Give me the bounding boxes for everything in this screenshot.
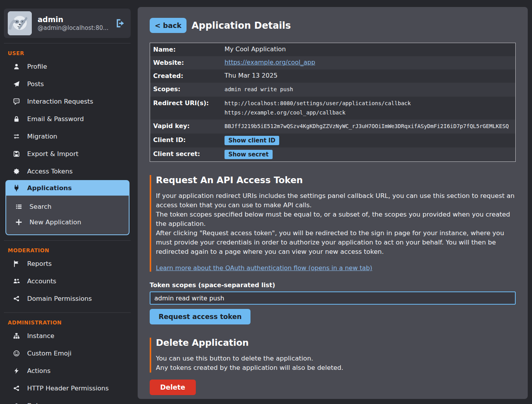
page-header: < back Application Details [150, 18, 516, 33]
request-access-token-button[interactable]: Request access token [150, 309, 250, 324]
sidebar-item-debug[interactable]: Debug [0, 397, 134, 404]
sidebar-item-label: Reports [27, 260, 52, 267]
table-row-vapid-key: Vapid key: BBJffJ219b5iE512m7wQSzv4KgKDh… [150, 120, 515, 134]
redirect-uri-value: https://example.org/cool_app/callback [225, 108, 512, 118]
sidebar-item-label: Domain Permissions [27, 295, 92, 302]
back-button[interactable]: < back [150, 18, 187, 33]
lock-icon [13, 116, 20, 122]
table-row-scopes: Scopes: admin read write push [150, 83, 515, 97]
divider [4, 43, 131, 43]
sidebar-item-label: Export & Import [27, 150, 78, 158]
row-label: Redirect URI(s): [153, 99, 225, 107]
show-client-id-button[interactable]: Show client ID [225, 136, 279, 145]
sidebar-item-new-application[interactable]: New Application [6, 214, 129, 230]
token-scopes-input[interactable] [150, 291, 516, 305]
divider [4, 240, 131, 241]
scopes-value: admin read write push [225, 85, 512, 94]
sidebar-item-label: Custom Emoji [27, 350, 71, 357]
floppy-disk-icon [13, 151, 20, 157]
username: @admin@localhost:80... [38, 24, 115, 31]
smile-icon [13, 350, 20, 357]
sidebar-item-accounts[interactable]: Accounts [0, 272, 134, 290]
show-secret-button[interactable]: Show secret [225, 150, 273, 159]
sidebar-item-instance[interactable]: Instance [0, 327, 134, 345]
section-title: Request An API Access Token [156, 175, 516, 185]
sidebar-item-applications[interactable]: Applications [5, 180, 130, 196]
avatar [8, 11, 32, 35]
certificate-icon [13, 168, 20, 175]
sidebar-item-http-header-permissions[interactable]: HTTP Header Permissions [0, 380, 134, 397]
sidebar-item-posts[interactable]: Posts [0, 75, 134, 93]
row-label: Client secret: [153, 150, 225, 158]
row-label: Client ID: [153, 136, 225, 144]
applications-nav-group: Applications Search New Application [5, 180, 130, 235]
application-details-table: Name: My Cool Application Website: https… [150, 43, 516, 162]
divider [4, 312, 131, 313]
sidebar-item-reports[interactable]: Reports [0, 255, 134, 272]
comment-dots-icon [13, 98, 20, 105]
user-card: admin @admin@localhost:80... [4, 9, 131, 38]
sidebar-heading-user: USER [8, 50, 134, 56]
sidebar-item-label: New Application [29, 218, 81, 226]
sidebar-item-actions[interactable]: Actions [0, 362, 134, 380]
row-label: Name: [153, 45, 225, 53]
row-label: Vapid key: [153, 122, 225, 130]
sign-out-icon[interactable] [115, 18, 125, 28]
section-paragraph: Any tokens created by the application wi… [156, 363, 516, 373]
sidebar-item-label: Accounts [27, 277, 56, 285]
user-names: admin @admin@localhost:80... [38, 15, 115, 31]
sidebar-item-label: Posts [27, 80, 44, 88]
section-paragraph: You can use this button to delete the ap… [156, 354, 516, 363]
table-row-website: Website: https://example.org/cool_app [150, 56, 515, 69]
redirect-uri-value: http://localhost:8080/settings/user/appl… [225, 99, 512, 108]
list-icon [16, 203, 22, 210]
sitemap-icon [13, 333, 20, 339]
sidebar-item-label: Profile [27, 63, 47, 70]
sidebar-item-label: Migration [27, 133, 57, 140]
section-paragraph: After clicking "Request access token", y… [156, 229, 516, 257]
paper-plane-icon [13, 81, 20, 87]
display-name: admin [38, 15, 115, 24]
plus-icon [16, 219, 22, 225]
row-label: Created: [153, 72, 225, 80]
sidebar-heading-moderation: MODERATION [8, 247, 134, 253]
share-nodes-icon [13, 295, 20, 302]
sidebar-item-label: Search [29, 203, 52, 210]
user-icon [13, 63, 20, 70]
delete-button[interactable]: Delete [150, 380, 196, 395]
sidebar-item-label: HTTP Header Permissions [27, 385, 109, 392]
users-icon [13, 278, 20, 284]
sidebar-item-search[interactable]: Search [6, 199, 129, 214]
bolt-icon [13, 368, 20, 374]
sidebar-item-label: Email & Password [27, 115, 84, 123]
table-row-redirect-uris: Redirect URI(s): http://localhost:8080/s… [150, 97, 515, 120]
flag-icon [13, 260, 20, 267]
sidebar: admin @admin@localhost:80... USER Profil… [0, 0, 134, 404]
token-scopes-label: Token scopes (space-separated list) [150, 281, 516, 289]
sloth-avatar-image [8, 11, 32, 35]
website-link[interactable]: https://example.org/cool_app [225, 59, 315, 66]
sidebar-item-export-import[interactable]: Export & Import [0, 145, 134, 163]
sidebar-item-email-password[interactable]: Email & Password [0, 110, 134, 128]
sidebar-item-access-tokens[interactable]: Access Tokens [0, 163, 134, 180]
share-nodes-icon [13, 385, 20, 392]
section-paragraph: The token scopes specified below must be… [156, 210, 516, 229]
sidebar-item-interaction-requests[interactable]: Interaction Requests [0, 93, 134, 110]
row-label: Scopes: [153, 85, 225, 93]
sidebar-item-profile[interactable]: Profile [0, 58, 134, 75]
sidebar-item-custom-emoji[interactable]: Custom Emoji [0, 345, 134, 362]
request-token-section: Request An API Access Token If your appl… [150, 175, 516, 272]
sidebar-item-label: Interaction Requests [27, 98, 93, 105]
exchange-arrows-icon [13, 133, 20, 140]
bug-icon [13, 402, 20, 404]
sidebar-item-label: Applications [27, 184, 72, 192]
table-row-name: Name: My Cool Application [150, 43, 515, 56]
table-row-client-secret: Client secret: Show secret [150, 147, 515, 161]
table-row-client-id: Client ID: Show client ID [150, 134, 515, 147]
sidebar-heading-administration: ADMINISTRATION [8, 319, 134, 326]
plug-icon [13, 185, 20, 191]
table-row-created: Created: Thu Mar 13 2025 [150, 69, 515, 83]
oauth-docs-link[interactable]: Learn more about the OAuth authenticatio… [156, 264, 372, 272]
sidebar-item-domain-permissions[interactable]: Domain Permissions [0, 290, 134, 307]
sidebar-item-migration[interactable]: Migration [0, 128, 134, 145]
